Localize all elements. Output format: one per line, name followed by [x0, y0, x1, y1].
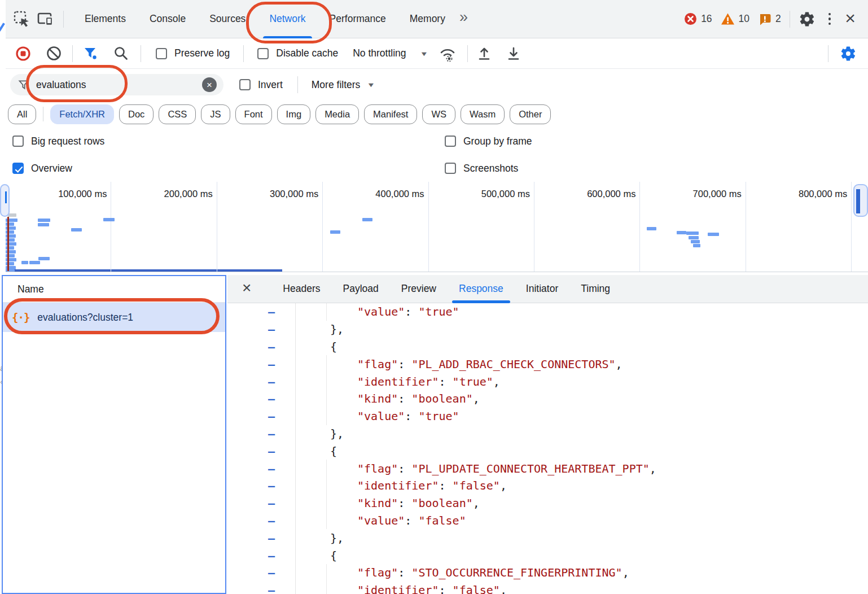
- chip-img[interactable]: Img: [277, 104, 311, 124]
- error-count: 16: [701, 13, 712, 25]
- tab-performance[interactable]: Performance: [318, 0, 398, 38]
- device-toolbar-icon[interactable]: [34, 7, 58, 31]
- detail-tab-timing[interactable]: Timing: [569, 275, 621, 303]
- error-badge[interactable]: 16: [684, 12, 712, 25]
- tab-memory[interactable]: Memory: [398, 0, 457, 38]
- big-request-rows-option[interactable]: Big request rows: [12, 136, 104, 147]
- overview-right-handle[interactable]: [853, 184, 868, 217]
- chip-ws[interactable]: WS: [422, 104, 455, 124]
- line-marker: –: [227, 427, 295, 440]
- screenshots-checkbox[interactable]: [445, 163, 456, 174]
- response-line-code: {: [295, 442, 337, 460]
- toolbar-divider: [72, 45, 73, 62]
- detail-tab-initiator[interactable]: Initiator: [515, 275, 569, 303]
- filter-funnel-icon: [18, 79, 29, 90]
- chip-divider: [43, 107, 43, 121]
- response-line: –},: [227, 425, 868, 443]
- overview-option[interactable]: Overview: [12, 163, 72, 174]
- response-content[interactable]: –"value": "true"–},–{–"flag": "PL_ADD_RB…: [227, 303, 868, 594]
- toolbar-divider: [297, 76, 298, 93]
- inspect-element-icon[interactable]: [10, 7, 34, 31]
- chip-fetch-xhr[interactable]: Fetch/XHR: [50, 104, 114, 124]
- import-har-icon[interactable]: [472, 42, 496, 65]
- request-timing-bar: [38, 257, 50, 260]
- more-filters-dropdown[interactable]: More filters ▼: [312, 79, 374, 91]
- invert-label: Invert: [258, 79, 283, 91]
- issues-badge[interactable]: 2: [758, 12, 781, 26]
- invert-checkbox[interactable]: [239, 79, 251, 90]
- throttling-dropdown[interactable]: No throttling ▼: [353, 47, 427, 59]
- request-row-selected[interactable]: {·} evaluations?cluster=1: [3, 303, 225, 332]
- toolbar-divider: [467, 45, 468, 62]
- chip-font[interactable]: Font: [235, 104, 272, 124]
- close-detail-icon[interactable]: ×: [227, 279, 257, 299]
- response-line-code: "identifier": "false",: [295, 477, 507, 495]
- overview-left-handle[interactable]: [0, 184, 10, 217]
- response-line: –{: [227, 442, 868, 460]
- warning-badge[interactable]: 10: [721, 12, 749, 25]
- overview-checkbox[interactable]: [12, 163, 24, 174]
- close-devtools-icon[interactable]: ×: [844, 9, 859, 29]
- response-line-code: {: [295, 547, 337, 564]
- disable-cache-option[interactable]: Disable cache: [257, 47, 338, 59]
- punctuation-token: ,: [473, 496, 480, 510]
- tab-console[interactable]: Console: [138, 0, 198, 38]
- tab-sources[interactable]: Sources: [198, 0, 257, 38]
- network-overview-timeline[interactable]: 100,000 ms200,000 ms300,000 ms400,000 ms…: [6, 182, 868, 272]
- response-line: –"identifier": "false",: [227, 582, 868, 594]
- settings-gear-icon[interactable]: [799, 11, 816, 28]
- selected-tab-underline: [452, 300, 510, 303]
- kebab-menu-icon[interactable]: [824, 13, 836, 25]
- toolbar-divider: [63, 11, 64, 28]
- chip-manifest[interactable]: Manifest: [364, 104, 417, 124]
- search-icon[interactable]: [109, 42, 133, 65]
- detail-tab-payload[interactable]: Payload: [332, 275, 390, 303]
- request-timing-bar: [330, 230, 340, 234]
- invert-option[interactable]: Invert: [239, 79, 283, 91]
- clear-network-log-icon[interactable]: [42, 42, 65, 65]
- punctuation-token: :: [405, 409, 418, 423]
- chip-other[interactable]: Other: [510, 104, 551, 124]
- request-name: evaluations?cluster=1: [37, 312, 133, 324]
- chip-doc[interactable]: Doc: [119, 104, 154, 124]
- response-line-code: "identifier": "false",: [295, 582, 507, 594]
- chip-all[interactable]: All: [8, 104, 36, 124]
- preserve-log-checkbox[interactable]: [156, 48, 167, 59]
- group-by-frame-option[interactable]: Group by frame: [445, 136, 868, 147]
- detail-tab-response[interactable]: Response: [448, 275, 515, 303]
- big-request-rows-checkbox[interactable]: [12, 136, 24, 147]
- detail-tab-headers[interactable]: Headers: [271, 275, 331, 303]
- punctuation-token: :: [398, 357, 411, 371]
- preserve-log-option[interactable]: Preserve log: [156, 47, 230, 59]
- tab-label: Elements: [85, 13, 126, 25]
- filter-icon[interactable]: [78, 42, 102, 65]
- response-line-code: "kind": "boolean",: [295, 495, 480, 512]
- string-token: "STO_OCCURRENCE_FINGERPRINTING": [411, 566, 622, 579]
- request-timing-bar: [103, 218, 115, 221]
- clear-filter-icon[interactable]: ×: [202, 77, 217, 92]
- screenshots-option[interactable]: Screenshots: [445, 163, 868, 174]
- punctuation-token: :: [398, 392, 411, 405]
- chip-js[interactable]: JS: [201, 104, 230, 124]
- chip-media[interactable]: Media: [315, 104, 359, 124]
- more-tabs-icon[interactable]: »: [457, 8, 474, 29]
- request-timing-bar: [38, 223, 49, 226]
- tab-network[interactable]: Network: [257, 0, 317, 38]
- group-by-frame-checkbox[interactable]: [445, 136, 456, 147]
- disable-cache-checkbox[interactable]: [257, 48, 269, 59]
- devtools-main-toolbar: ElementsConsoleSourcesNetworkPerformance…: [6, 0, 868, 38]
- chip-css[interactable]: CSS: [159, 104, 196, 124]
- background-page-fragment: [0, 23, 5, 32]
- export-har-icon[interactable]: [502, 42, 525, 65]
- tab-elements[interactable]: Elements: [73, 0, 138, 38]
- network-conditions-icon[interactable]: [436, 42, 459, 65]
- name-column-header[interactable]: Name: [3, 276, 225, 303]
- record-network-log-icon[interactable]: [11, 42, 35, 65]
- detail-tab-preview[interactable]: Preview: [390, 275, 448, 303]
- preserve-log-label: Preserve log: [174, 47, 230, 59]
- filter-input[interactable]: [36, 79, 202, 91]
- network-settings-gear-icon[interactable]: [836, 42, 860, 65]
- group-by-frame-label: Group by frame: [463, 136, 532, 147]
- chip-wasm[interactable]: Wasm: [461, 104, 505, 124]
- load-event-marker: [7, 217, 9, 271]
